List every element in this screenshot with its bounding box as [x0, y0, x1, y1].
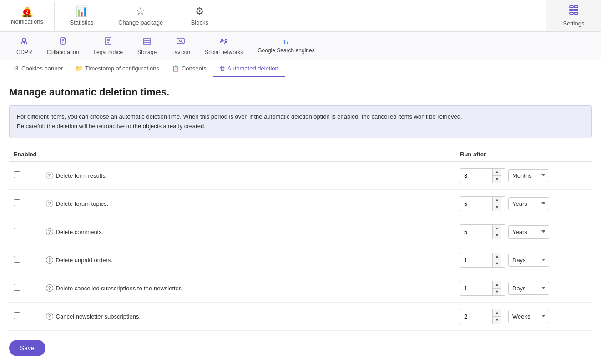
help-icon-unpaid-orders[interactable]: ?: [46, 256, 53, 264]
top-nav: 2 Notifications 📊 Statistics ☆ Change pa…: [0, 0, 601, 32]
app-wrapper: 2 Notifications 📊 Statistics ☆ Change pa…: [0, 0, 601, 364]
spin-down-form-results[interactable]: ▼: [493, 176, 501, 183]
number-input-wrap-form-results: ▲▼: [460, 168, 505, 183]
nav-notifications[interactable]: 2 Notifications: [0, 2, 55, 30]
spin-up-unpaid-orders[interactable]: ▲: [493, 253, 501, 260]
number-input-forum-topics[interactable]: [460, 198, 492, 210]
svg-rect-2: [574, 6, 578, 8]
checkbox-cancelled-subs[interactable]: [14, 284, 20, 291]
pkg-icon: ☆: [136, 5, 145, 17]
tab-cookies[interactable]: ⚙ Cookies banner: [7, 60, 69, 77]
tab-consents-label: Consents: [182, 65, 207, 72]
subnav-favicon[interactable]: Favicon: [164, 32, 197, 60]
label-unpaid-orders: Delete unpaid orders.: [56, 257, 112, 264]
table-row: ?Delete cancelled subscriptions to the n…: [9, 274, 592, 302]
unit-select-forum-topics[interactable]: DaysWeeksMonthsYears: [508, 197, 549, 210]
number-input-wrap-cancel-newsletter: ▲▼: [460, 309, 505, 324]
spin-down-cancelled-subs[interactable]: ▼: [493, 289, 501, 295]
label-comments: Delete comments.: [56, 229, 104, 235]
help-icon-cancel-newsletter[interactable]: ?: [46, 313, 53, 320]
spin-down-cancel-newsletter[interactable]: ▼: [493, 317, 501, 324]
subnav-social-label: Social networks: [205, 49, 243, 55]
checkbox-comments[interactable]: [14, 228, 20, 234]
tab-cookies-label: Cookies banner: [21, 65, 63, 72]
unit-select-cancel-newsletter[interactable]: DaysWeeksMonthsYears: [508, 310, 549, 323]
spin-down-comments[interactable]: ▼: [493, 232, 501, 239]
svg-rect-3: [574, 9, 578, 11]
col-header-label: [41, 147, 455, 162]
social-icon: [219, 36, 228, 48]
subnav-social-networks[interactable]: Social networks: [197, 32, 250, 60]
info-line2: Be careful: the deletion will be retroac…: [17, 122, 584, 131]
spin-down-unpaid-orders[interactable]: ▼: [493, 260, 501, 267]
col-header-enabled: Enabled: [9, 147, 41, 162]
svg-rect-1: [570, 9, 573, 11]
storage-icon: [142, 36, 152, 48]
tab-timestamp-icon: 📁: [76, 65, 83, 72]
unit-select-comments[interactable]: DaysWeeksMonthsYears: [508, 225, 549, 239]
number-input-wrap-comments: ▲▼: [460, 224, 505, 239]
number-input-comments[interactable]: [460, 226, 492, 238]
unit-select-unpaid-orders[interactable]: DaysWeeksMonthsYears: [508, 254, 549, 267]
google-icon: G: [283, 38, 289, 46]
notification-badge: 2: [23, 9, 30, 15]
help-icon-form-results[interactable]: ?: [46, 172, 53, 179]
number-input-wrap-cancelled-subs: ▲▼: [460, 281, 505, 296]
spin-up-cancel-newsletter[interactable]: ▲: [493, 309, 501, 317]
number-input-wrap-forum-topics: ▲▼: [460, 196, 505, 211]
tab-automated-deletion[interactable]: 🗑 Automated deletion: [213, 60, 285, 77]
number-input-cancel-newsletter[interactable]: [460, 310, 492, 323]
checkbox-forum-topics[interactable]: [14, 199, 20, 206]
page-title: Manage automatic deletion times.: [9, 86, 592, 98]
sub-nav: GDPR Collaboration Legal notice: [0, 32, 601, 60]
help-icon-forum-topics[interactable]: ?: [46, 200, 53, 207]
label-cancelled-subs: Delete cancelled subscriptions to the ne…: [56, 285, 182, 292]
tab-automated-deletion-label: Automated deletion: [227, 65, 278, 72]
spin-up-comments[interactable]: ▲: [493, 225, 501, 232]
nav-change-package-label: Change package: [118, 19, 163, 26]
main-content: Manage automatic deletion times. For dif…: [0, 77, 601, 364]
save-button[interactable]: Save: [9, 340, 45, 356]
label-form-results: Delete form results.: [56, 172, 107, 179]
nav-settings[interactable]: Settings: [546, 0, 601, 31]
svg-point-11: [225, 40, 227, 42]
subnav-collaboration-label: Collaboration: [47, 49, 79, 55]
deletion-table: Enabled Run after ?Delete form results.▲…: [9, 147, 592, 331]
nav-change-package[interactable]: ☆ Change package: [109, 1, 172, 30]
favicon-icon: [176, 36, 185, 48]
stats-icon: 📊: [76, 5, 88, 17]
tab-timestamp[interactable]: 📁 Timestamp of configurations: [69, 60, 166, 77]
subnav-storage[interactable]: Storage: [130, 32, 164, 60]
nav-blocks[interactable]: ⚙ Blocks: [172, 1, 227, 30]
number-input-wrap-unpaid-orders: ▲▼: [460, 253, 505, 268]
subnav-gdpr[interactable]: GDPR: [9, 32, 40, 60]
spin-up-form-results[interactable]: ▲: [493, 169, 501, 176]
collaboration-icon: [58, 36, 67, 48]
unit-select-cancelled-subs[interactable]: DaysWeeksMonthsYears: [508, 282, 549, 295]
nav-statistics[interactable]: 📊 Statistics: [55, 1, 109, 30]
tab-timestamp-label: Timestamp of configurations: [85, 65, 159, 72]
help-icon-cancelled-subs[interactable]: ?: [46, 284, 53, 292]
subnav-collaboration[interactable]: Collaboration: [40, 32, 86, 60]
number-input-unpaid-orders[interactable]: [460, 254, 492, 266]
checkbox-unpaid-orders[interactable]: [14, 256, 20, 263]
subnav-legal-notice[interactable]: Legal notice: [86, 32, 130, 60]
help-icon-comments[interactable]: ?: [46, 228, 53, 235]
number-input-form-results[interactable]: [460, 170, 492, 182]
checkbox-form-results[interactable]: [14, 171, 20, 178]
number-input-cancelled-subs[interactable]: [460, 282, 492, 294]
spin-up-forum-topics[interactable]: ▲: [493, 197, 501, 204]
table-row: ?Delete forum topics.▲▼DaysWeeksMonthsYe…: [9, 189, 592, 218]
svg-rect-0: [570, 6, 573, 8]
svg-point-10: [221, 39, 223, 41]
gdpr-icon: [20, 36, 29, 48]
spin-up-cancelled-subs[interactable]: ▲: [493, 281, 501, 289]
legal-icon: [104, 36, 113, 48]
tab-consents[interactable]: 📋 Consents: [166, 60, 213, 77]
unit-select-form-results[interactable]: DaysWeeksMonthsYears: [508, 169, 549, 182]
checkbox-cancel-newsletter[interactable]: [14, 312, 20, 319]
svg-rect-4: [570, 12, 573, 14]
tab-consents-icon: 📋: [172, 65, 179, 72]
spin-down-forum-topics[interactable]: ▼: [493, 204, 501, 211]
subnav-google-search[interactable]: G Google Search engines: [250, 34, 322, 58]
